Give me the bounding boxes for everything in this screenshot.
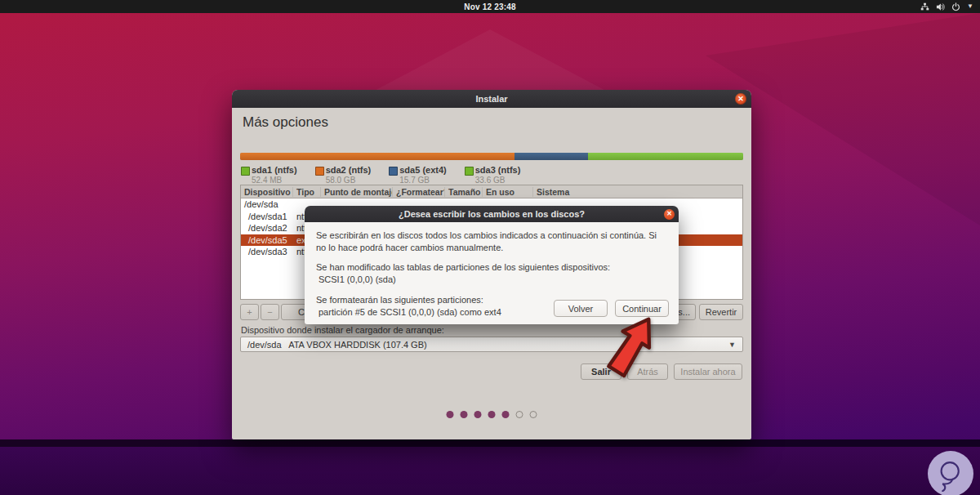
dialog-paragraph: Se escribirán en los discos todos los ca… (316, 230, 667, 253)
add-partition-button[interactable]: + (240, 304, 259, 320)
top-bar: Nov 12 23:48 ▼ (0, 0, 980, 13)
progress-dot (447, 411, 454, 418)
progress-dot (474, 411, 482, 418)
legend-label: sda3 (ntfs) (475, 165, 521, 176)
column-header[interactable]: Punto de montaje (321, 187, 393, 197)
window-titlebar[interactable]: Instalar ✕ (232, 90, 751, 108)
progress-dot (488, 411, 496, 418)
clock[interactable]: Nov 12 23:48 (464, 2, 516, 11)
power-icon (951, 2, 960, 11)
legend-item: sda5 (ext4) 15.7 GB (389, 165, 446, 185)
column-header[interactable]: En uso (483, 187, 533, 197)
cell-device: /dev/sda (241, 199, 293, 209)
column-header[interactable]: ¿Formatear? (393, 187, 445, 197)
legend-swatch (315, 167, 324, 176)
column-header[interactable]: Tamaño (445, 187, 483, 197)
legend-item: sda2 (ntfs) 58.0 GB (315, 165, 372, 185)
bootloader-label: Dispositivo donde instalar el cargador d… (241, 325, 444, 335)
volver-button[interactable]: Volver (554, 300, 608, 317)
dialog-text: Se han modificado las tablas de particio… (316, 262, 610, 272)
legend-label: sda2 (ntfs) (326, 165, 372, 176)
progress-dot (502, 411, 510, 418)
dialog-text: Se formatearán las siguientes particione… (316, 295, 483, 305)
partition-bar (240, 153, 743, 160)
partition-segment-sda5 (514, 153, 588, 160)
dialog-titlebar[interactable]: ¿Desea escribir los cambios en los disco… (305, 206, 679, 222)
window-close-icon[interactable]: ✕ (735, 93, 746, 105)
progress-dot (516, 411, 523, 418)
cell-device: /dev/sda1 (241, 212, 293, 221)
system-tray[interactable]: ▼ (920, 0, 973, 13)
partition-segment-sda2 (240, 153, 514, 160)
volume-icon (936, 2, 945, 11)
install-now-button[interactable]: Instalar ahora (674, 363, 742, 380)
progress-dots (447, 411, 537, 418)
column-header[interactable]: Dispositivo (241, 187, 293, 197)
legend-swatch (241, 167, 250, 176)
legend-item: sda1 (ntfs) 52.4 MB (241, 165, 297, 185)
page-title: Más opciones (243, 114, 328, 131)
wallpaper-bottom (0, 447, 980, 495)
partition-segment-sda3 (588, 153, 743, 160)
wallpaper-band (0, 439, 980, 447)
revert-button[interactable]: Revertir (699, 304, 743, 320)
solvetic-watermark-logo (928, 451, 973, 495)
write-changes-dialog: ¿Desea escribir los cambios en los disco… (305, 206, 679, 324)
annotation-arrow (604, 314, 664, 386)
cell-device: /dev/sda5 (241, 235, 293, 245)
dialog-paragraph: Se han modificado las tablas de particio… (316, 261, 667, 285)
dialog-text: SCSI1 (0,0,0) (sda) (316, 274, 396, 284)
cell-device: /dev/sda2 (241, 223, 293, 233)
table-header-row: Dispositivo Tipo Punto de montaje ¿Forma… (241, 185, 742, 198)
column-header[interactable]: Sistema (533, 187, 742, 197)
dialog-close-icon[interactable]: ✕ (664, 209, 675, 220)
network-icon (920, 2, 929, 11)
legend-label: sda1 (ntfs) (252, 165, 297, 176)
legend-label: sda5 (ext4) (399, 165, 446, 176)
remove-partition-button[interactable]: − (261, 304, 279, 320)
bootloader-device-dropdown[interactable]: /dev/sda ATA VBOX HARDDISK (107.4 GB) ▼ (240, 337, 743, 352)
chevron-down-icon: ▼ (967, 0, 973, 13)
dialog-text: partición #5 de SCSI1 (0,0,0) (sda) como… (316, 307, 501, 317)
progress-dot (530, 411, 537, 418)
column-header[interactable]: Tipo (293, 187, 321, 197)
dialog-title: ¿Desea escribir los cambios en los disco… (399, 209, 585, 219)
legend-item: sda3 (ntfs) 33.6 GB (465, 165, 521, 185)
partition-legend: sda1 (ntfs) 52.4 MB sda2 (ntfs) 58.0 GB … (241, 165, 538, 185)
window-title: Instalar (475, 94, 507, 104)
cell-device: /dev/sda3 (241, 247, 293, 256)
progress-dot (461, 411, 468, 418)
dropdown-arrow-icon: ▼ (728, 341, 736, 349)
legend-swatch (465, 167, 474, 176)
legend-swatch (389, 167, 398, 176)
